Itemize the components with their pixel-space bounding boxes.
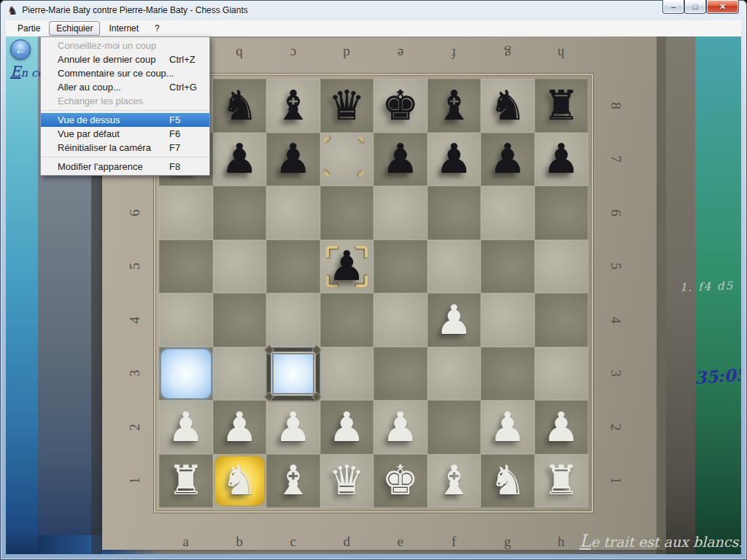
- window-controls: – □ ✕: [662, 0, 739, 14]
- rank-label-right-2: 2: [608, 424, 624, 431]
- maximize-button[interactable]: □: [684, 0, 706, 14]
- chess-piece-black-pawn-c7[interactable]: ♟: [266, 133, 320, 187]
- chess-piece-white-pawn-b2[interactable]: ♟: [213, 400, 267, 454]
- menu-item-7[interactable]: Vue par défautF6: [41, 127, 209, 141]
- chess-piece-white-rook-a1[interactable]: ♜: [159, 454, 213, 508]
- chess-piece-white-pawn-f4[interactable]: ♟: [427, 293, 481, 347]
- menu-item-label: Annuler le dernier coup: [58, 54, 155, 65]
- chess-piece-black-rook-h8[interactable]: ♜: [535, 79, 589, 133]
- file-label-bottom-h: h: [558, 534, 565, 550]
- title-bar[interactable]: ♞ Pierre-Marie Baty contre Pierre-Marie …: [0, 0, 747, 20]
- rank-label-left-3: 3: [127, 370, 143, 378]
- chess-piece-black-pawn-e7[interactable]: ♟: [374, 133, 427, 187]
- menu-item-2[interactable]: Commentaire sur ce coup...: [41, 66, 209, 80]
- chess-piece-white-bishop-c1[interactable]: ♝: [266, 454, 320, 508]
- menu-item-0[interactable]: Conseillez-moi un coup: [41, 39, 209, 52]
- menu-item-label: Aller au coup...: [58, 82, 121, 93]
- chess-piece-black-bishop-f8[interactable]: ♝: [427, 79, 481, 133]
- rank-label-right-3: 3: [608, 370, 624, 378]
- menu-item-shortcut: F7: [169, 141, 180, 155]
- window-title: Pierre-Marie Baty contre Pierre-Marie Ba…: [22, 5, 247, 15]
- menu-item-3[interactable]: Aller au coup...Ctrl+G: [41, 80, 209, 94]
- highlight-hover-frame-c3: [267, 348, 320, 400]
- menu-item-1[interactable]: Annuler le dernier coupCtrl+Z: [41, 52, 209, 66]
- file-label-bottom-f: f: [452, 534, 456, 550]
- menu-item-label: Vue de dessus: [58, 114, 120, 125]
- menu-item-shortcut: F6: [169, 127, 180, 141]
- rank-label-left-5: 5: [127, 263, 143, 271]
- table-right-edge: [666, 36, 695, 554]
- menu-item-label: Conseillez-moi un coup: [58, 40, 156, 51]
- file-label-top-c: c: [290, 45, 296, 61]
- menu-separator: [42, 110, 209, 111]
- menu-separator: [42, 157, 209, 158]
- app-knight-icon: ♞: [7, 4, 18, 18]
- chess-piece-black-bishop-c8[interactable]: ♝: [266, 79, 320, 133]
- file-label-top-f: f: [452, 45, 456, 61]
- echiquier-menu: Conseillez-moi un coupAnnuler le dernier…: [40, 36, 210, 176]
- chess-piece-black-pawn-f7[interactable]: ♟: [427, 133, 481, 187]
- menubar-item-internet[interactable]: Internet: [101, 21, 146, 36]
- menu-item-label: Commentaire sur ce coup...: [58, 68, 174, 79]
- menubar-item-partie[interactable]: Partie: [10, 21, 47, 36]
- rank-label-right-7: 7: [608, 156, 624, 163]
- clock-text: 35:05: [694, 365, 741, 388]
- menu-item-4[interactable]: Echanger les places: [41, 94, 209, 108]
- rank-label-right-1: 1: [608, 478, 624, 485]
- menubar-item-echiquier[interactable]: Echiquier: [49, 21, 100, 36]
- file-label-top-d: d: [344, 45, 351, 61]
- menu-item-label: Vue par défaut: [58, 128, 120, 139]
- minimize-button[interactable]: –: [662, 0, 684, 14]
- background-right-strip: [695, 36, 741, 554]
- chess-piece-black-knight-g8[interactable]: ♞: [481, 79, 535, 133]
- chess-piece-white-bishop-f1[interactable]: ♝: [427, 454, 481, 508]
- back-button[interactable]: ←: [10, 39, 31, 60]
- chess-piece-white-pawn-g2[interactable]: ♟: [481, 400, 535, 454]
- move-list-text: 1. f4 d5: [680, 279, 735, 295]
- menu-item-label: Echanger les places: [58, 96, 143, 106]
- menu-item-10[interactable]: Modifier l'apparenceF8: [41, 160, 209, 174]
- chess-piece-white-knight-g1[interactable]: ♞: [481, 454, 535, 508]
- chess-piece-black-queen-d8[interactable]: ♛: [320, 79, 374, 133]
- chess-piece-black-pawn-h7[interactable]: ♟: [535, 133, 589, 187]
- chess-piece-white-pawn-h2[interactable]: ♟: [535, 400, 589, 454]
- turn-status-text: Le trait est aux blancs.: [579, 531, 741, 551]
- file-label-top-b: b: [236, 45, 244, 61]
- file-label-bottom-d: d: [344, 534, 351, 550]
- chess-piece-white-pawn-a2[interactable]: ♟: [159, 400, 213, 454]
- chess-piece-white-king-e1[interactable]: ♚: [374, 454, 427, 508]
- chess-piece-black-knight-b8[interactable]: ♞: [213, 79, 267, 133]
- rank-label-right-8: 8: [608, 102, 624, 109]
- chess-piece-white-pawn-d2[interactable]: ♟: [320, 400, 374, 454]
- chess-piece-white-knight-b1[interactable]: ♞: [213, 454, 267, 508]
- menu-item-6[interactable]: Vue de dessusF5: [41, 113, 209, 127]
- file-label-top-e: e: [398, 45, 403, 61]
- file-label-top-h: h: [558, 45, 565, 61]
- menu-item-8[interactable]: Réinitialiser la caméraF7: [41, 141, 209, 155]
- rank-label-right-4: 4: [608, 316, 624, 324]
- chess-piece-white-pawn-c2[interactable]: ♟: [266, 400, 320, 454]
- menubar-item-?[interactable]: ?: [147, 21, 167, 36]
- chess-piece-white-rook-h1[interactable]: ♜: [535, 454, 589, 508]
- file-label-bottom-c: c: [290, 534, 296, 550]
- chess-piece-black-pawn-b7[interactable]: ♟: [213, 133, 267, 187]
- rank-label-right-5: 5: [608, 263, 624, 271]
- rank-label-left-6: 6: [127, 209, 143, 217]
- chess-piece-black-pawn-d5[interactable]: ♟: [320, 240, 374, 294]
- menu-bar: PartieEchiquierInternet?: [6, 20, 741, 36]
- highlight-move-target-a3: [161, 349, 211, 399]
- board-pieces: ♜♞♝♛♚♝♞♜♟♟♟♟♟♟♟♟♟♟♟♟♟♟♟♟♜♞♝♛♚♝♞♜: [159, 79, 588, 508]
- chess-piece-black-king-e8[interactable]: ♚: [374, 79, 427, 133]
- menu-item-shortcut: F8: [169, 160, 180, 174]
- menu-item-shortcut: Ctrl+G: [169, 80, 197, 94]
- chess-piece-white-pawn-e2[interactable]: ♟: [374, 400, 427, 454]
- board-groove-right: [657, 36, 666, 554]
- file-label-top-g: g: [504, 45, 511, 61]
- chess-piece-black-pawn-g7[interactable]: ♟: [481, 133, 535, 187]
- rank-label-left-1: 1: [127, 478, 143, 485]
- rank-label-left-4: 4: [127, 316, 143, 324]
- app-window: ♞ Pierre-Marie Baty contre Pierre-Marie …: [0, 0, 747, 560]
- close-button[interactable]: ✕: [706, 0, 739, 14]
- file-label-bottom-b: b: [236, 534, 244, 550]
- chess-piece-white-queen-d1[interactable]: ♛: [320, 454, 374, 508]
